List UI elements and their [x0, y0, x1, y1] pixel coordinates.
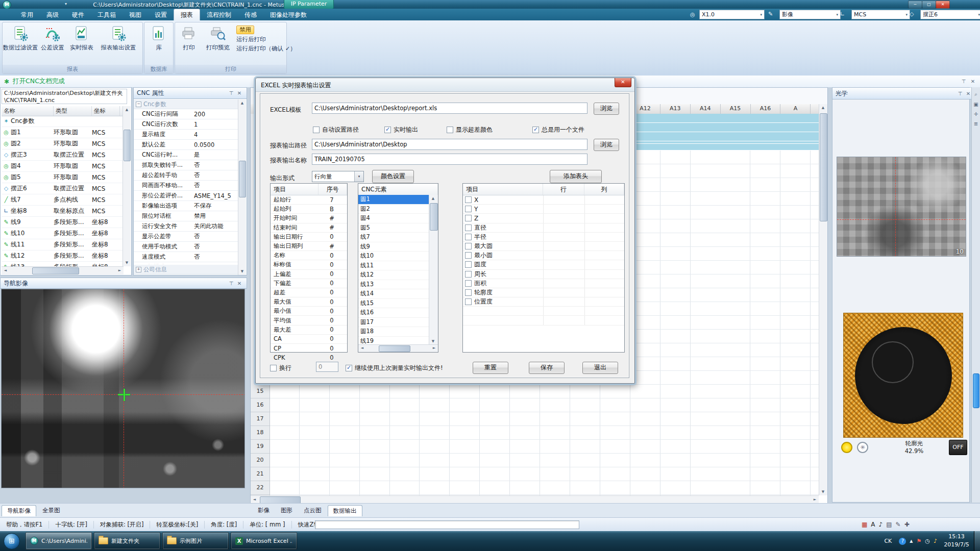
tool-icon[interactable]: ✛ — [972, 111, 980, 117]
feature-row[interactable]: ∟ 坐标8 取坐标原点 MCS — [2, 206, 123, 217]
wrap-count-input[interactable] — [316, 362, 338, 372]
feature-row[interactable]: ◇ 摆正3 取摆正位置 MCS — [2, 149, 123, 161]
status-icon[interactable]: ♪ — [879, 521, 883, 528]
ribbon-tab[interactable]: 图像处理参数 — [263, 9, 313, 20]
scroll-up-icon[interactable]: ▲ — [123, 106, 131, 113]
sheet-vscrollbar[interactable]: ▲ ▼ — [819, 104, 827, 495]
pin-icon[interactable]: ⊤ — [956, 91, 964, 96]
row-header[interactable]: 21 — [251, 467, 270, 481]
tool-icon[interactable]: ≣ — [972, 121, 980, 127]
layout-item-row[interactable]: 输出日期列 # — [271, 242, 347, 251]
output-item-row[interactable]: ✓X — [463, 195, 624, 205]
close-button[interactable]: ✕ — [936, 1, 950, 9]
library-button[interactable]: 库 — [146, 25, 172, 52]
nav-tab[interactable]: 导航影像 — [2, 505, 36, 516]
property-row[interactable]: 超公差转手动 否 — [134, 170, 238, 181]
taskbar-clock[interactable]: 15:13 2019/7/5 — [940, 533, 973, 549]
layout-item-row[interactable]: CP 0 — [271, 344, 347, 353]
view-tab[interactable]: 数据输出 — [328, 505, 362, 516]
print-option-disabled[interactable]: 禁用 — [236, 26, 254, 34]
row-header[interactable]: 16 — [251, 398, 270, 412]
cnc-element-row[interactable]: 线10 — [358, 252, 429, 261]
ribbon-tab[interactable]: 常用 — [14, 9, 40, 20]
zoom-select[interactable]: X1.0▾ — [699, 10, 765, 19]
layout-item-row[interactable]: CPK 0 — [271, 353, 347, 362]
property-row[interactable]: CNC运行时... 是 — [134, 150, 238, 160]
scroll-up-icon[interactable]: ▲ — [238, 99, 246, 107]
taskbar-app-excel[interactable]: XMicrosoft Excel ... — [231, 532, 297, 549]
pin-icon[interactable]: ⊤ — [227, 281, 235, 286]
property-row[interactable]: 形位公差评价... ASME_Y14_5 — [134, 191, 238, 201]
column-header[interactable]: A13 — [660, 104, 691, 114]
continue-last-file-checkbox[interactable]: ✓继续使用上次测量实时输出文件! — [346, 364, 443, 372]
scroll-down-icon[interactable]: ▼ — [429, 338, 437, 345]
ribbon-tab[interactable]: 传感 — [238, 9, 263, 20]
cnc-element-row[interactable]: 线12 — [358, 270, 429, 280]
output-item-row[interactable]: ✓最小圆 — [463, 251, 624, 260]
close-icon[interactable]: ✕ — [969, 79, 977, 84]
cnc-element-row[interactable]: 线14 — [358, 289, 429, 299]
help-tray-icon[interactable]: ? — [899, 538, 906, 545]
color-settings-button[interactable]: 颜色设置 — [372, 170, 414, 183]
light-off-button[interactable]: OFF — [949, 440, 967, 455]
chevron-down-icon[interactable]: ▾ — [976, 13, 980, 17]
status-icon[interactable]: ▦ — [862, 521, 867, 528]
cnc-element-row[interactable]: 圆2 — [358, 205, 429, 214]
scroll-down-icon[interactable]: ▼ — [123, 259, 131, 266]
property-row[interactable]: 飞拍模式 否 — [134, 262, 238, 264]
feature-row[interactable]: ✎ 线11 多段矩形... 坐标8 — [2, 239, 123, 251]
layout-item-row[interactable]: 上偏差 0 — [271, 270, 347, 279]
dialog-close-button[interactable]: ✕ — [615, 78, 631, 87]
clock-tray-icon[interactable]: ◷ — [925, 538, 930, 544]
feature-row[interactable]: ◇ 摆正6 取摆正位置 MCS — [2, 183, 123, 194]
column-name[interactable]: 名称 — [2, 106, 54, 116]
property-row[interactable]: CNC运行间隔 200 — [134, 109, 238, 119]
property-row[interactable]: 显示精度 4 — [134, 130, 238, 140]
ribbon-tab[interactable]: 流程控制 — [200, 9, 238, 20]
tree-vscrollbar[interactable]: ▲ ▼ — [122, 106, 131, 266]
polygon-icon[interactable]: ◇ — [910, 11, 914, 17]
image-select[interactable]: 影像▾ — [779, 10, 841, 19]
layout-item-row[interactable]: 开始时间 # — [271, 214, 347, 223]
feature-row[interactable]: ◎ 圆4 环形取圆 MCS — [2, 161, 123, 172]
cnc-element-row[interactable]: 线7 — [358, 233, 429, 242]
layout-item-row[interactable]: CA 0 — [271, 335, 347, 344]
column-header[interactable]: A14 — [691, 104, 721, 114]
close-icon[interactable]: ✕ — [235, 281, 243, 286]
layout-item-row[interactable]: 超差 0 — [271, 288, 347, 297]
reset-button[interactable]: 重置 — [473, 362, 508, 374]
output-item-row[interactable]: ✓直径 — [463, 223, 624, 233]
exit-button[interactable]: 退出 — [582, 362, 618, 374]
realtime-output-checkbox[interactable]: ✓实时输出 — [384, 126, 418, 134]
scroll-thumb[interactable] — [32, 267, 79, 274]
ime-indicator[interactable]: CK — [884, 538, 892, 544]
cnc-element-row[interactable]: 线16 — [358, 308, 429, 318]
column-header[interactable]: A — [780, 104, 811, 114]
ip-parameter-tab[interactable]: IP Parameter — [284, 0, 334, 9]
cnc-element-row[interactable]: 线19 — [358, 337, 429, 345]
always-one-file-checkbox[interactable]: ✓总是用一个文件 — [532, 126, 584, 134]
status-item[interactable]: 角度: [度] — [205, 521, 243, 529]
layout-item-row[interactable]: 名称 0 — [271, 251, 347, 260]
scroll-thumb[interactable] — [430, 203, 438, 231]
scroll-right-icon[interactable]: ► — [811, 496, 819, 504]
cnc-element-row[interactable]: 线11 — [358, 261, 429, 271]
ring-light-icon[interactable] — [841, 442, 852, 453]
alignment-select[interactable]: 摆正6▾ — [920, 10, 980, 19]
feature-row[interactable]: ◎ 圆1 环形取圆 MCS — [2, 127, 123, 138]
dialog-title-bar[interactable]: EXCEL 实时报表输出设置 ✕ — [256, 78, 634, 92]
aperture-view[interactable] — [843, 313, 963, 438]
status-item[interactable]: 转至极坐标:[关] — [150, 521, 205, 529]
status-item[interactable]: 对象捕获: [开启] — [94, 521, 151, 529]
cnc-element-row[interactable]: 圆17 — [358, 318, 429, 328]
camera-zoom-image[interactable]: 10 — [837, 157, 966, 257]
output-name-input[interactable] — [312, 154, 587, 165]
property-row[interactable]: 抓取失败转手... 否 — [134, 160, 238, 170]
view-tab[interactable]: 点云图 — [299, 505, 327, 516]
expand-tray-icon[interactable]: ▲ — [910, 539, 913, 543]
ribbon-tab[interactable]: 高级 — [40, 9, 65, 20]
ribbon-tab[interactable]: 视图 — [122, 9, 148, 20]
output-item-row[interactable]: ✓位置度 — [463, 297, 624, 307]
feature-row[interactable]: ╱ 线7 多点构线 MCS — [2, 194, 123, 206]
ribbon-tab[interactable]: 工具箱 — [91, 9, 122, 20]
